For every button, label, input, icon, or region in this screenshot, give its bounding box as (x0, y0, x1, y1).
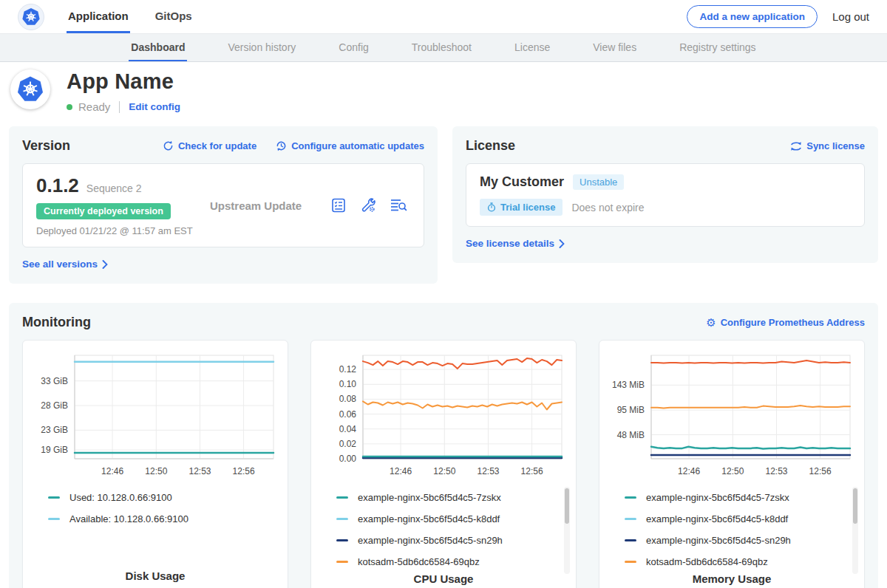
see-all-versions-link[interactable]: See all versions (22, 259, 108, 270)
version-card: Version Check for update Configure au (9, 126, 438, 284)
deployed-timestamp: Deployed 01/21/22 @ 11:57 am EST (36, 225, 210, 236)
release-notes-icon (330, 197, 347, 213)
trial-license-badge: Trial license (480, 199, 563, 216)
see-license-details-label: See license details (466, 238, 554, 249)
legend-scrollbar-thumb[interactable] (565, 488, 569, 524)
check-for-update-label: Check for update (178, 140, 256, 151)
app-header: App Name Ready Edit config (0, 62, 887, 123)
legend-item: Available: 10.128.0.66:9100 (33, 508, 277, 530)
memory-usage-card: 143 MiB95 MiB48 MiB12:4612:5012:5312:56 … (599, 340, 865, 588)
see-license-details-link[interactable]: See license details (466, 238, 565, 249)
topbar-right: Add a new application Log out (687, 0, 869, 33)
edit-config-link[interactable]: Edit config (129, 101, 180, 112)
release-notes-button[interactable] (330, 197, 347, 213)
check-for-update-link[interactable]: Check for update (163, 140, 256, 151)
disk-usage-svg: 33 GiB28 GiB23 GiB19 GiB12:4612:5012:531… (33, 349, 277, 484)
series-label: kotsadm-5db6dc6584-69qbz (358, 556, 480, 567)
tab-application[interactable]: Application (67, 0, 130, 33)
license-card-title: License (466, 138, 515, 154)
disk-usage-card: 33 GiB28 GiB23 GiB19 GiB12:4612:5012:531… (22, 340, 288, 588)
tab-version-history[interactable]: Version history (225, 34, 298, 61)
see-all-versions-label: See all versions (22, 259, 98, 270)
tab-troubleshoot[interactable]: Troubleshoot (409, 34, 474, 61)
chevron-right-icon (559, 239, 565, 248)
sync-license-label: Sync license (806, 140, 865, 151)
app-subnav: Dashboard Version history Config Trouble… (0, 33, 887, 62)
svg-text:19 GiB: 19 GiB (41, 445, 68, 455)
wrench-gear-icon (359, 196, 377, 214)
legend-item: example-nginx-5bc6f5d4c5-7zskx (322, 487, 565, 508)
tab-dashboard[interactable]: Dashboard (129, 34, 187, 61)
svg-text:0.00: 0.00 (339, 454, 357, 464)
configure-prometheus-link[interactable]: ⚙ Configure Prometheus Address (706, 317, 865, 328)
series-color-dash (336, 561, 348, 563)
legend-item: example-nginx-5bc6f5d4c5-sn29h (322, 530, 565, 551)
configure-automatic-updates-link[interactable]: Configure automatic updates (276, 140, 424, 151)
memory-usage-svg: 143 MiB95 MiB48 MiB12:4612:5012:5312:56 (610, 349, 854, 484)
legend-scrollbar[interactable] (564, 487, 570, 574)
series-label: example-nginx-5bc6f5d4c5-7zskx (358, 492, 501, 503)
kubernetes-logo-icon (21, 7, 41, 27)
series-label: Used: 10.128.0.66:9100 (69, 492, 172, 503)
svg-text:12:53: 12:53 (477, 466, 499, 476)
kubernetes-app-icon (16, 75, 44, 103)
series-color-dash (336, 539, 348, 541)
series-label: example-nginx-5bc6f5d4c5-k8ddf (646, 513, 788, 524)
kubernetes-logo[interactable] (18, 4, 44, 30)
svg-text:12:46: 12:46 (390, 466, 412, 476)
tab-gitops[interactable]: GitOps (154, 0, 194, 33)
auto-update-clock-icon (276, 140, 287, 151)
legend-item: example-nginx-5bc6f5d4c5-sn29h (610, 530, 854, 551)
sync-license-link[interactable]: Sync license (790, 140, 865, 151)
edit-config-values-button[interactable] (359, 196, 377, 214)
legend-scrollbar-thumb[interactable] (853, 488, 857, 524)
svg-text:12:53: 12:53 (188, 466, 211, 476)
tab-config-label: Config (339, 41, 368, 53)
gear-icon: ⚙ (706, 317, 716, 328)
svg-text:12:50: 12:50 (721, 466, 744, 476)
series-color-dash (625, 539, 636, 541)
series-label: example-nginx-5bc6f5d4c5-sn29h (358, 535, 503, 546)
top-navbar: Application GitOps Add a new application… (0, 0, 887, 33)
svg-text:12:56: 12:56 (809, 466, 832, 476)
expiry-text: Does not expire (571, 202, 644, 213)
series-label: Available: 10.128.0.66:9100 (69, 513, 188, 524)
add-application-button[interactable]: Add a new application (687, 5, 818, 28)
legend-item: example-nginx-5bc6f5d4c5-k8ddf (610, 508, 854, 530)
tab-config[interactable]: Config (336, 34, 370, 61)
svg-text:33 GiB: 33 GiB (41, 376, 68, 386)
trial-license-label: Trial license (500, 202, 555, 213)
cpu-usage-svg: 0.120.100.080.060.040.020.0012:4612:5012… (322, 349, 565, 484)
svg-text:48 MiB: 48 MiB (617, 430, 645, 440)
tab-application-label: Application (68, 10, 129, 22)
chart-title: CPU Usage (322, 572, 565, 585)
tab-license[interactable]: License (512, 34, 552, 61)
monitoring-title: Monitoring (22, 315, 91, 330)
svg-text:143 MiB: 143 MiB (612, 380, 645, 390)
memory-usage-legend: example-nginx-5bc6f5d4c5-7zskxexample-ng… (610, 487, 854, 572)
tab-view-files-label: View files (593, 41, 636, 53)
tab-registry-settings-label: Registry settings (679, 41, 755, 53)
svg-text:0.04: 0.04 (339, 424, 357, 434)
legend-scrollbar[interactable] (852, 487, 858, 574)
current-version-row: 0.1.2 Sequence 2 Currently deployed vers… (22, 163, 424, 247)
svg-text:0.10: 0.10 (339, 379, 357, 389)
cpu-usage-card: 0.120.100.080.060.040.020.0012:4612:5012… (310, 340, 577, 588)
svg-text:0.06: 0.06 (339, 409, 357, 420)
svg-text:0.08: 0.08 (339, 394, 357, 404)
logout-button[interactable]: Log out (832, 10, 869, 23)
topbar-tabs: Application GitOps (67, 0, 194, 33)
sequence-label: Sequence 2 (86, 182, 142, 194)
customer-name: My Customer (480, 174, 564, 190)
legend-item: kotsadm-5db6dc6584-69qbz (610, 551, 854, 572)
divider (119, 101, 120, 113)
series-color-dash (625, 496, 636, 499)
tab-gitops-label: GitOps (155, 10, 192, 22)
svg-text:0.02: 0.02 (339, 439, 357, 449)
dashboard-cards-row: Version Check for update Configure au (9, 126, 878, 284)
legend-item: kotsadm-5db6dc6584-69qbz (322, 551, 565, 572)
deploy-logs-button[interactable] (390, 197, 407, 213)
tab-registry-settings[interactable]: Registry settings (677, 34, 758, 61)
status-dot (67, 104, 72, 110)
tab-view-files[interactable]: View files (591, 34, 639, 61)
